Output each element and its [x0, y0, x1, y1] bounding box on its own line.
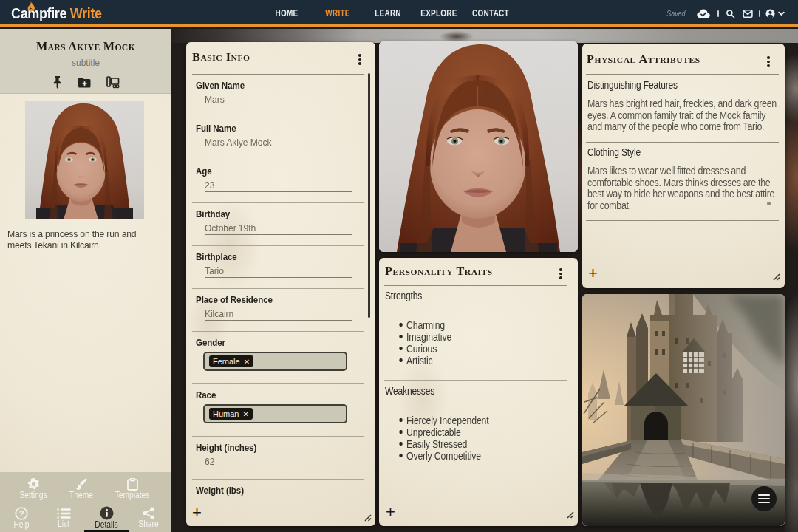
svg-text:?: ?	[19, 509, 24, 518]
